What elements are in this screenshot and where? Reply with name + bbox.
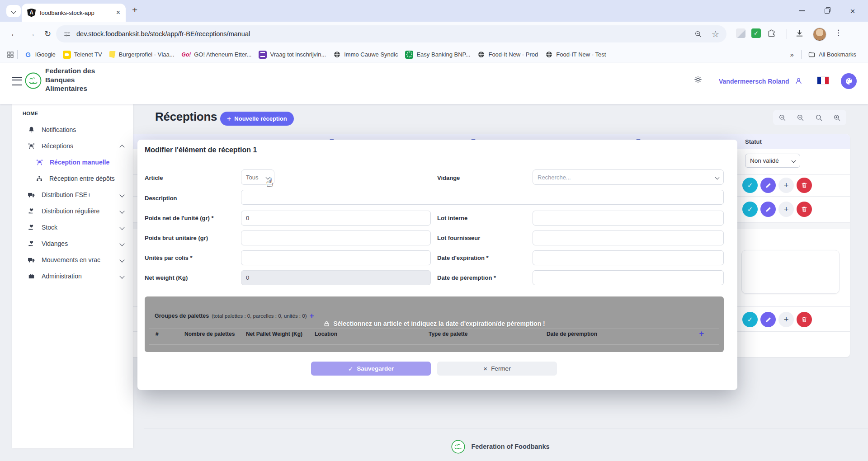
unites-par-colis-input[interactable] [241, 250, 431, 265]
bookmark-item[interactable]: Telenet TV [59, 49, 106, 61]
sidebar-item-stock[interactable]: Stock [12, 219, 133, 235]
poids-brut-input[interactable] [241, 230, 431, 245]
language-flag-fr[interactable] [817, 77, 829, 84]
add-line-button[interactable]: + [778, 178, 794, 193]
lot-interne-input[interactable] [533, 211, 724, 226]
sidebar-item-distribution-fse[interactable]: Distribution FSE+ [12, 187, 133, 203]
browser-menu-button[interactable]: ⋮ [835, 28, 842, 38]
sidebar-item-label: Mouvements en vrac [42, 256, 100, 263]
lot-fournisseur-input[interactable] [533, 230, 724, 245]
search-icon[interactable] [815, 113, 823, 122]
status-filter-select[interactable]: Non validé [745, 154, 800, 168]
close-modal-button[interactable]: × Fermer [437, 362, 557, 376]
light-mode-icon[interactable] [693, 75, 703, 86]
people-carry-icon [36, 159, 43, 166]
edit-button[interactable] [760, 312, 776, 327]
delete-button[interactable] [797, 178, 812, 193]
sidebar-item-vidanges[interactable]: Vidanges [12, 235, 133, 252]
zoom-out-icon[interactable] [796, 113, 805, 122]
article-label: Article [145, 174, 163, 181]
new-tab-button[interactable]: + [132, 5, 137, 15]
extension-check-icon[interactable]: ✓ [751, 28, 761, 38]
all-bookmarks-button[interactable]: All Bookmarks [804, 49, 860, 60]
net-weight-input [241, 270, 431, 285]
add-line-button[interactable]: + [778, 202, 794, 217]
sidebar-item-receptions[interactable]: Réceptions [12, 138, 133, 154]
profile-avatar[interactable] [813, 28, 826, 41]
date-expiration-input[interactable] [533, 250, 724, 265]
validate-button[interactable]: ✓ [742, 312, 758, 327]
downloads-button[interactable] [795, 28, 804, 40]
tab-search-button[interactable] [6, 5, 21, 17]
poids-net-input[interactable] [241, 211, 431, 226]
minimize-button[interactable] [789, 0, 815, 22]
vidange-select[interactable]: Recherche... [533, 169, 724, 185]
download-icon [795, 28, 804, 38]
add-line-button[interactable]: + [778, 312, 794, 327]
apps-grid-icon[interactable] [6, 51, 14, 59]
validate-button[interactable]: ✓ [742, 202, 758, 217]
new-reception-label: Nouvelle réception [234, 115, 287, 122]
bookmarks-overflow-button[interactable]: » [786, 51, 798, 58]
save-button[interactable]: ✓ Sauvegarder [311, 362, 431, 376]
foodbank-logo [25, 72, 42, 91]
bookmark-item[interactable]: Vraag tot inschrijvin... [255, 49, 330, 61]
bookmark-item[interactable]: Food-It New - Prod [474, 49, 542, 60]
bookmark-item[interactable]: Burgerprofiel - Vlaa... [106, 49, 178, 60]
pallet-groups-title-row: Groupes de palettes (total palettes : 0,… [155, 311, 314, 320]
footer-text: Federation of Foodbanks [471, 443, 549, 450]
site-info-icon[interactable] [63, 30, 71, 38]
bookmark-item[interactable]: Food-IT New - Test [542, 49, 609, 60]
close-window-button[interactable]: × [840, 0, 865, 22]
delete-button[interactable] [797, 312, 812, 327]
sidebar-section-label: HOME [12, 111, 133, 122]
edit-button[interactable] [760, 202, 776, 217]
zoom-in-icon[interactable] [833, 113, 841, 122]
description-input[interactable] [241, 190, 724, 205]
restore-button[interactable] [815, 0, 840, 22]
zoom-out-icon[interactable] [694, 30, 703, 38]
close-label: Fermer [491, 365, 511, 372]
theme-picker-button[interactable] [841, 73, 857, 89]
sidebar-item-mouvements-en-vrac[interactable]: Mouvements en vrac [12, 252, 133, 268]
edit-button[interactable] [760, 178, 776, 193]
sidebar-item-notifications[interactable]: Notifications [12, 122, 133, 138]
column-header-statut[interactable]: Statut [745, 134, 762, 149]
url-text[interactable]: dev.stock.foodbanksit.be/stock/app/fr-BE… [76, 30, 250, 38]
pallet-column-header: # [156, 331, 159, 337]
address-bar[interactable]: dev.stock.foodbanksit.be/stock/app/fr-BE… [56, 25, 726, 42]
add-pallet-row-icon: + [699, 329, 704, 339]
sidebar-item-reception-manuelle[interactable]: Réception manuelle [12, 154, 133, 170]
bookmark-star-icon[interactable]: ☆ [712, 29, 719, 39]
bookmark-item[interactable]: Go!GO! Atheneum Etter... [178, 49, 255, 60]
chevron-down-icon [119, 208, 124, 213]
extensions-puzzle-button[interactable] [767, 29, 776, 40]
delete-button[interactable] [797, 202, 812, 217]
user-menu[interactable]: Vandermeersch Roland [719, 77, 803, 85]
pallet-column-header: Date de péremption [547, 331, 597, 337]
bookmark-item[interactable]: Easy Banking BNP... [401, 49, 474, 61]
sidebar-item-label: Administration [42, 273, 82, 280]
extension-image-icon[interactable] [736, 28, 745, 38]
folder-icon [808, 51, 816, 58]
sidebar-item-distribution-reguliere[interactable]: Distribution régulière [12, 203, 133, 219]
status-filter-value: Non validé [750, 157, 779, 164]
bookmark-item[interactable]: GiGoogle [20, 49, 59, 61]
app-header: Federation des Banques Alimentaires Vand… [0, 63, 868, 104]
new-reception-button[interactable]: + Nouvelle réception [220, 112, 294, 126]
tab-close-icon[interactable]: × [116, 9, 120, 16]
sidebar-item-reception-entre-depots[interactable]: Réception entre dépôts [12, 170, 133, 187]
validate-button[interactable]: ✓ [742, 178, 758, 193]
date-peremption-input[interactable] [533, 270, 724, 285]
back-button[interactable]: ← [10, 28, 19, 40]
reload-button[interactable]: ↻ [44, 28, 51, 40]
forward-button[interactable]: → [27, 28, 36, 40]
browser-tab[interactable]: A foodbanks-stock-app × [22, 4, 126, 22]
sidebar: HOME Notifications Réceptions Réception … [12, 104, 133, 448]
sidebar-item-administration[interactable]: Administration [12, 268, 133, 284]
zoom-out-icon[interactable] [778, 113, 787, 122]
hamburger-menu-icon[interactable] [12, 77, 22, 85]
all-bookmarks-label: All Bookmarks [819, 51, 856, 58]
bookmark-item[interactable]: Immo Cauwe Syndic [330, 49, 401, 60]
net-weight-label: Net weight (Kg) [145, 274, 188, 281]
